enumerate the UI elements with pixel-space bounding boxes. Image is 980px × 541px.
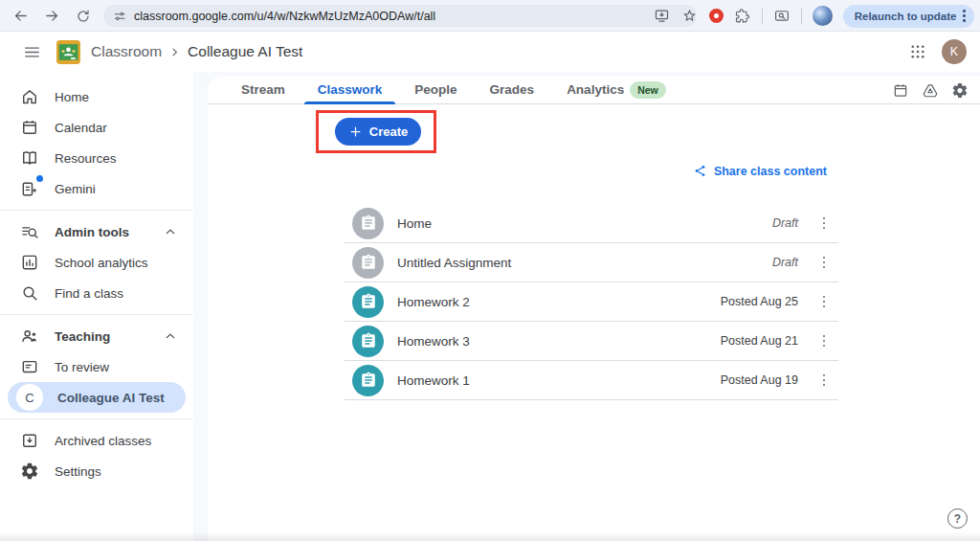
drive-icon[interactable] — [922, 81, 939, 99]
extensions-puzzle-icon[interactable] — [734, 8, 751, 25]
bookmark-star-icon[interactable] — [681, 8, 699, 25]
calendar-icon — [19, 117, 40, 138]
tab-stream[interactable]: Stream — [225, 76, 301, 104]
sidebar-item-settings[interactable]: Settings — [8, 456, 186, 486]
browser-nav-buttons — [11, 0, 92, 32]
search-icon — [19, 282, 40, 304]
row-menu-icon[interactable] — [812, 211, 836, 236]
share-icon — [693, 164, 707, 178]
sidebar-item-school-analytics[interactable]: School analytics — [8, 247, 186, 278]
tab-label: People — [414, 82, 457, 97]
sidebar-item-label: To review — [55, 360, 109, 374]
assignment-title: Home — [397, 216, 432, 231]
breadcrumb-app-name[interactable]: Classroom — [91, 43, 162, 60]
reload-icon[interactable] — [75, 8, 92, 25]
sidebar-item-label: Resources — [55, 151, 117, 166]
sidebar-item-resources[interactable]: Resources — [8, 143, 186, 173]
sidebar-item-label: School analytics — [55, 256, 148, 270]
sidebar: Home Calendar Resources Gemini Admin too… — [0, 72, 193, 541]
sidebar-item-label: Home — [55, 90, 89, 104]
relaunch-to-update-button[interactable]: Relaunch to update — [843, 5, 974, 28]
gear-icon — [19, 461, 40, 482]
tab-label: Analytics — [567, 82, 624, 97]
sidebar-item-colleague-ai-test[interactable]: C Colleague AI Test — [8, 382, 186, 413]
site-settings-icon[interactable] — [113, 10, 126, 23]
sidebar-item-label: Archived classes — [55, 434, 151, 448]
tab-people[interactable]: People — [398, 76, 473, 104]
tab-analytics[interactable]: Analytics New — [550, 76, 682, 104]
row-menu-icon[interactable] — [812, 328, 836, 353]
create-button[interactable]: Create — [335, 118, 421, 146]
teaching-people-icon — [19, 326, 40, 347]
assignment-title: Homework 1 — [397, 373, 470, 388]
screen-search-icon[interactable] — [773, 8, 791, 25]
adblock-extension-icon[interactable] — [709, 9, 724, 23]
browser-profile-avatar[interactable] — [813, 6, 833, 26]
sidebar-item-to-review[interactable]: To review — [8, 351, 186, 382]
row-menu-icon[interactable] — [812, 368, 836, 393]
class-action-icons — [892, 76, 969, 104]
screen: classroom.google.com/u/4/w/NzkwMzUzMzA0O… — [0, 0, 980, 541]
sidebar-item-label: Find a class — [55, 286, 123, 301]
classwork-list: Home Draft Untitled Assignment Draft Hom… — [345, 204, 838, 400]
tab-classwork[interactable]: Classwork — [301, 76, 399, 104]
content-card: Stream Classwork People Grades Analytics… — [208, 76, 980, 541]
assignment-status: Posted Aug 25 — [721, 295, 798, 308]
tab-label: Classwork — [318, 82, 383, 97]
sidebar-item-find-a-class[interactable]: Find a class — [8, 278, 186, 308]
to-review-icon — [19, 356, 40, 377]
classwork-row[interactable]: Homework 3 Posted Aug 21 — [345, 322, 838, 361]
sidebar-item-gemini[interactable]: Gemini — [8, 173, 186, 204]
install-icon[interactable] — [654, 8, 671, 25]
class-avatar-letter: C — [25, 391, 33, 405]
tab-label: Grades — [490, 82, 535, 97]
home-icon — [19, 86, 40, 107]
row-menu-icon[interactable] — [812, 250, 836, 275]
row-menu-icon[interactable] — [812, 289, 836, 314]
tab-label: Stream — [241, 82, 285, 97]
book-icon — [19, 147, 40, 169]
calendar-icon[interactable] — [892, 81, 909, 99]
help-button[interactable]: ? — [947, 508, 968, 529]
url-bar[interactable]: classroom.google.com/u/4/w/NzkwMzUzMzA0O… — [103, 5, 697, 27]
sidebar-divider — [0, 418, 193, 419]
chevron-up-icon — [163, 328, 178, 344]
sidebar-item-calendar[interactable]: Calendar — [8, 112, 186, 143]
browser-menu-icon[interactable] — [963, 10, 966, 22]
sidebar-divider — [0, 314, 193, 315]
browser-actions: Relaunch to update — [654, 0, 974, 32]
analytics-chart-icon — [19, 252, 40, 273]
breadcrumb-class-name: Colleague AI Test — [188, 43, 302, 60]
assignment-title: Homework 2 — [397, 295, 470, 309]
browser-toolbar: classroom.google.com/u/4/w/NzkwMzUzMzA0O… — [0, 0, 980, 32]
sidebar-item-label: Settings — [55, 464, 101, 479]
back-icon[interactable] — [11, 8, 29, 25]
sidebar-item-label: Gemini — [55, 182, 96, 196]
assignment-icon — [352, 326, 384, 357]
google-apps-grid-icon[interactable] — [909, 43, 926, 60]
share-class-content-link[interactable]: Share class content — [693, 164, 827, 178]
sidebar-section-label: Admin tools — [55, 225, 129, 239]
classwork-row[interactable]: Homework 2 Posted Aug 25 — [345, 282, 838, 322]
assignment-status: Posted Aug 19 — [721, 373, 798, 387]
classwork-row[interactable]: Home Draft — [345, 204, 838, 243]
gemini-doc-sparkle-icon — [19, 178, 40, 199]
gear-icon[interactable] — [951, 81, 969, 99]
assignment-draft-icon — [352, 247, 384, 279]
chevron-up-icon — [163, 224, 178, 239]
assignment-status: Posted Aug 21 — [721, 334, 798, 348]
main-menu-icon[interactable] — [13, 34, 50, 70]
classwork-row[interactable]: Untitled Assignment Draft — [345, 243, 838, 282]
url-text: classroom.google.com/u/4/w/NzkwMzUzMzA0O… — [134, 10, 435, 23]
classwork-row[interactable]: Homework 1 Posted Aug 19 — [345, 361, 838, 400]
forward-icon[interactable] — [43, 8, 60, 25]
sidebar-section-admin-tools[interactable]: Admin tools — [8, 216, 186, 247]
tab-grades[interactable]: Grades — [474, 76, 551, 104]
assignment-status: Draft — [772, 256, 798, 269]
sidebar-section-teaching[interactable]: Teaching — [8, 321, 186, 351]
classroom-logo[interactable] — [56, 40, 80, 64]
account-avatar[interactable]: K — [942, 39, 967, 64]
breadcrumb-chevron-icon — [167, 45, 182, 59]
sidebar-item-home[interactable]: Home — [8, 81, 186, 112]
sidebar-item-archived-classes[interactable]: Archived classes — [8, 425, 186, 456]
